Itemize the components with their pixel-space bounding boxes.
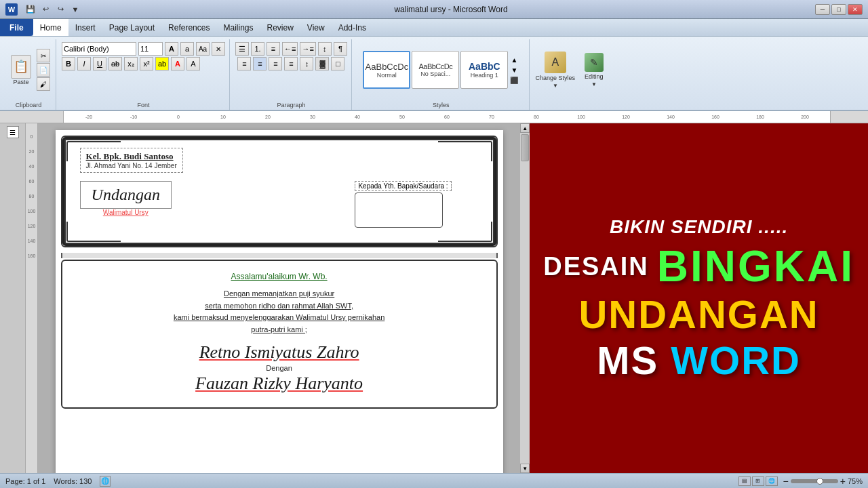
- style-normal-text: AaBbCcDc: [366, 62, 409, 72]
- zoom-in-btn[interactable]: +: [840, 476, 846, 487]
- paste-button[interactable]: 📋 Paste: [7, 54, 35, 87]
- styles-down-button[interactable]: ▼: [509, 65, 519, 75]
- menu-review[interactable]: Review: [260, 19, 300, 36]
- font-color-button[interactable]: A: [171, 57, 184, 70]
- vruler-40: 40: [26, 159, 37, 174]
- styles-expand-button[interactable]: ⬛: [509, 75, 519, 85]
- clear-format-button[interactable]: ✕: [212, 42, 225, 56]
- menu-view[interactable]: View: [300, 19, 332, 36]
- decrease-indent-button[interactable]: ←≡: [282, 42, 298, 56]
- content-card: Assalamu'alaikum Wr. Wb. Dengan memanjat…: [61, 260, 498, 409]
- text-effects-button[interactable]: A: [186, 57, 200, 70]
- line-spacing-button[interactable]: ↕: [300, 57, 313, 70]
- strikethrough-button[interactable]: ab: [108, 57, 122, 70]
- menu-add-ins[interactable]: Add-Ins: [332, 19, 373, 36]
- maximize-button[interactable]: □: [831, 4, 846, 15]
- minimize-button[interactable]: ─: [815, 4, 830, 15]
- promo-ms-text: MS: [597, 338, 671, 382]
- scroll-down-button[interactable]: ▼: [520, 464, 530, 473]
- sort-button[interactable]: ↕: [318, 42, 332, 56]
- change-styles-content: A Change Styles ▼ ✎ Editing ▼: [535, 39, 611, 98]
- undo-quick-btn[interactable]: ↩: [39, 3, 52, 16]
- justify-button[interactable]: ≡: [284, 57, 298, 70]
- zoom-slider[interactable]: [791, 479, 838, 483]
- menu-insert[interactable]: Insert: [68, 19, 102, 36]
- envelope-content: Kel. Bpk. Budi Santoso Jl. Ahmad Yani No…: [66, 141, 492, 235]
- view-full-btn[interactable]: ⊞: [752, 476, 764, 486]
- scroll-thumb[interactable]: [521, 134, 529, 161]
- styles-up-button[interactable]: ▲: [509, 55, 519, 64]
- grow-font-button[interactable]: A: [165, 42, 178, 56]
- menu-references[interactable]: References: [161, 19, 216, 36]
- redo-quick-btn[interactable]: ↪: [54, 3, 66, 16]
- save-quick-btn[interactable]: 💾: [24, 3, 37, 16]
- highlight-button[interactable]: ab: [155, 57, 169, 70]
- align-left-button[interactable]: ≡: [237, 57, 251, 70]
- quick-access-more[interactable]: ▼: [69, 3, 81, 16]
- menu-home[interactable]: Home: [33, 19, 68, 36]
- format-painter-button[interactable]: 🖌: [37, 77, 50, 91]
- align-right-button[interactable]: ≡: [269, 57, 282, 70]
- main-area: ☰ 0 20 40 60 80 100 120 140 160: [0, 123, 868, 473]
- subscript-button[interactable]: x₂: [124, 57, 138, 70]
- zoom-control: − + 75%: [783, 476, 863, 487]
- close-button[interactable]: ✕: [848, 4, 863, 15]
- font-size-input[interactable]: [138, 42, 163, 56]
- numbering-button[interactable]: 1.: [251, 42, 264, 56]
- view-mode-btns: ▤ ⊞ 🌐: [738, 476, 778, 486]
- superscript-button[interactable]: x²: [140, 57, 153, 70]
- ruler-mark: 100: [559, 115, 604, 119]
- paragraph-label: Paragraph: [277, 102, 305, 108]
- italic-button[interactable]: I: [77, 57, 91, 70]
- copy-button[interactable]: 📄: [37, 63, 50, 77]
- promo-panel: BIKIN SENDIRI ..... DESAIN BINGKAI UNDAN…: [530, 123, 868, 473]
- editing-icon: ✎: [585, 53, 604, 72]
- style-normal-button[interactable]: AaBbCcDc Normal: [363, 51, 410, 89]
- ruler: -20 -10 0 10 20 30 40 50 60 70 80 100 12…: [0, 111, 868, 123]
- bullets-button[interactable]: ☰: [235, 42, 249, 56]
- doc-container[interactable]: Kel. Bpk. Budi Santoso Jl. Ahmad Yani No…: [38, 123, 520, 473]
- font-group: A a Aa ✕ B I U ab x₂ x² ab A A Font: [58, 39, 230, 110]
- show-marks-button[interactable]: ¶: [334, 42, 347, 56]
- style-heading-label: Heading 1: [471, 72, 498, 79]
- bride-name: Retno Ismiyatus Zahro: [83, 342, 476, 363]
- walimatul-text: Walimatul Ursy: [80, 209, 172, 216]
- undangan-text: Undangan: [92, 186, 160, 204]
- cut-button[interactable]: ✂: [37, 49, 50, 62]
- ruler-mark: 60: [425, 115, 469, 119]
- menu-file[interactable]: File: [0, 19, 33, 36]
- rahmat-span: rahmat: [292, 302, 315, 310]
- style-nospace-button[interactable]: AaBbCcDc No Spaci...: [412, 51, 459, 89]
- multilevel-button[interactable]: ≡: [267, 42, 280, 56]
- ruler-mark: 10: [201, 115, 245, 119]
- styles-scroll-arrows: ▲ ▼ ⬛: [509, 55, 519, 85]
- bold-button[interactable]: B: [62, 57, 75, 70]
- view-web-btn[interactable]: 🌐: [766, 476, 778, 486]
- language-icon[interactable]: 🌐: [100, 476, 111, 487]
- style-heading-button[interactable]: AaBbC Heading 1: [460, 51, 508, 89]
- ridho-span: ridho: [259, 302, 275, 310]
- underline-button[interactable]: U: [93, 57, 106, 70]
- font-row-1: A a Aa ✕: [62, 42, 225, 56]
- increase-indent-button[interactable]: →≡: [300, 42, 315, 56]
- change-styles-button[interactable]: A Change Styles ▼: [535, 46, 576, 94]
- change-styles-group: A Change Styles ▼ ✎ Editing ▼: [531, 39, 615, 110]
- borders-button[interactable]: □: [331, 57, 344, 70]
- scroll-up-button[interactable]: ▲: [520, 123, 530, 133]
- view-print-btn[interactable]: ▤: [738, 476, 751, 486]
- change-case-button[interactable]: Aa: [196, 42, 210, 56]
- paragraph-content: ☰ 1. ≡ ←≡ →≡ ↕ ¶ ≡ ≡ ≡ ≡ ↕ ▓ □: [235, 39, 347, 98]
- promo-bingkai-text: BINGKAI: [657, 245, 854, 288]
- font-name-input[interactable]: [62, 42, 136, 56]
- menu-mailings[interactable]: Mailings: [216, 19, 260, 36]
- vruler-160: 160: [26, 248, 37, 263]
- align-center-button[interactable]: ≡: [253, 57, 267, 70]
- shading-button[interactable]: ▓: [315, 57, 329, 70]
- styles-content: AaBbCcDc Normal AaBbCcDc No Spaci... AaB…: [363, 39, 519, 98]
- shrink-font-button[interactable]: a: [180, 42, 194, 56]
- zoom-out-btn[interactable]: −: [783, 476, 789, 487]
- menu-page-layout[interactable]: Page Layout: [102, 19, 161, 36]
- editing-button[interactable]: ✎ Editing ▼: [577, 46, 611, 94]
- word-count: Words: 130: [54, 477, 92, 485]
- doc-control-icon[interactable]: ☰: [7, 126, 19, 138]
